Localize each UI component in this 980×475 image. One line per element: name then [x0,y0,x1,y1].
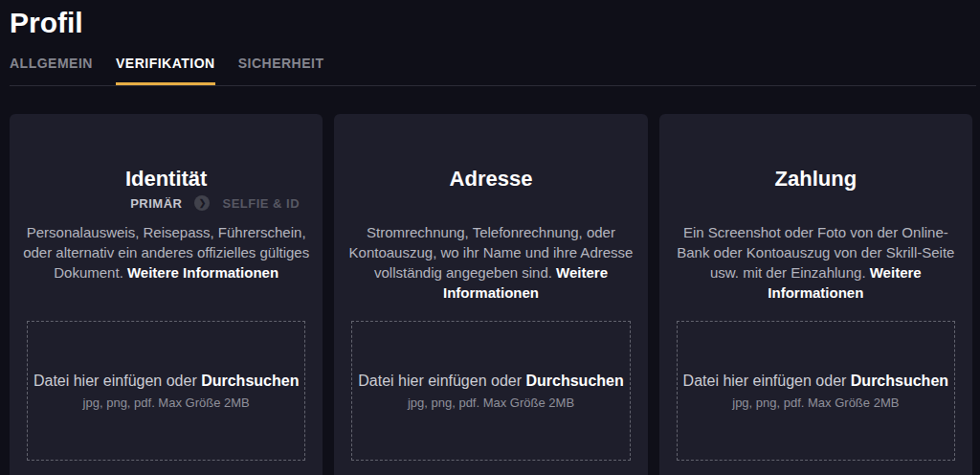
card-identity: Identität PRIMÄR ❯ SELFIE & ID Personala… [10,114,323,475]
card-payment: Zahlung Ein Screenshot oder Foto von der… [659,114,972,475]
card-address-description: Stromrechnung, Telefonrechnung, oder Kon… [347,222,634,306]
verification-cards: Identität PRIMÄR ❯ SELFIE & ID Personala… [10,114,972,475]
tab-allgemein[interactable]: ALLGEMEIN [10,42,93,85]
tab-verifikation[interactable]: VERIFIKATION [116,42,215,85]
step-primary-label: PRIMÄR [130,196,182,211]
dropzone-instruction: Datei hier einfügen oder Durchsuchen [678,371,954,392]
dropzone-instruction: Datei hier einfügen oder Durchsuchen [28,371,304,392]
payment-dropzone[interactable]: Datei hier einfügen oder Durchsuchen jpg… [677,321,955,461]
tab-bar: ALLGEMEIN VERIFIKATION SICHERHEIT [10,42,976,86]
card-payment-title: Zahlung [659,167,972,192]
payment-steps-spacer [708,195,980,211]
identity-dropzone[interactable]: Datei hier einfügen oder Durchsuchen jpg… [27,321,305,461]
chevron-right-icon: ❯ [194,195,210,211]
identity-steps: PRIMÄR ❯ SELFIE & ID [58,195,371,211]
browse-link[interactable]: Durchsuchen [201,373,299,389]
dropzone-hint: jpg, png, pdf. Max Größe 2MB [28,395,304,412]
card-payment-description: Ein Screenshot oder Foto von der Online-… [673,222,959,306]
page-title: Profil [10,6,980,40]
address-dropzone[interactable]: Datei hier einfügen oder Durchsuchen jpg… [351,321,630,461]
dropzone-hint: jpg, png, pdf. Max Größe 2MB [352,395,629,412]
browse-link[interactable]: Durchsuchen [851,373,948,389]
card-address: Adresse Stromrechnung, Telefonrechnung, … [334,114,647,475]
dropzone-instruction: Datei hier einfügen oder Durchsuchen [352,371,629,392]
dropzone-text: Datei hier einfügen oder [358,373,525,389]
card-identity-description: Personalausweis, Reisepass, Führerschein… [23,222,309,306]
browse-link[interactable]: Durchsuchen [525,373,623,389]
dropzone-text: Datei hier einfügen oder [33,373,201,389]
dropzone-hint: jpg, png, pdf. Max Größe 2MB [678,395,954,412]
card-identity-title: Identität [10,167,323,192]
more-info-link[interactable]: Weitere Informationen [127,264,278,281]
card-address-title: Adresse [334,167,647,192]
dropzone-text: Datei hier einfügen oder [683,373,851,389]
step-selfie-id-label: SELFIE & ID [222,196,300,211]
tab-sicherheit[interactable]: SICHERHEIT [238,42,324,85]
address-steps-spacer [383,195,696,211]
